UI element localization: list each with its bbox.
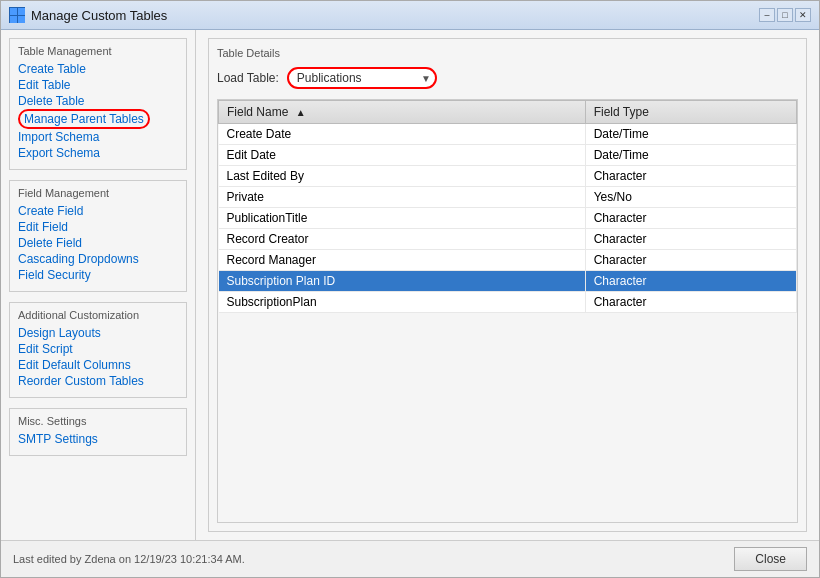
sidebar-item-edit-script[interactable]: Edit Script: [18, 341, 178, 357]
sidebar-item-design-layouts[interactable]: Design Layouts: [18, 325, 178, 341]
field-name-cell: Private: [219, 187, 586, 208]
sidebar-item-edit-table[interactable]: Edit Table: [18, 77, 178, 93]
field-management-heading: Field Management: [18, 187, 178, 199]
field-type-cell: Character: [585, 271, 796, 292]
table-body: Create DateDate/TimeEdit DateDate/TimeLa…: [219, 124, 797, 313]
sidebar-item-create-field[interactable]: Create Field: [18, 203, 178, 219]
fields-table-container[interactable]: Field Name ▲ Field Type Create DateDate/…: [217, 99, 798, 523]
footer-bar: Last edited by Zdena on 12/19/23 10:21:3…: [1, 540, 819, 577]
footer-last-edited: Last edited by Zdena on 12/19/23 10:21:3…: [13, 553, 245, 565]
window-title: Manage Custom Tables: [31, 8, 167, 23]
field-type-cell: Yes/No: [585, 187, 796, 208]
table-header-row: Field Name ▲ Field Type: [219, 101, 797, 124]
content-area: Table Management Create Table Edit Table…: [1, 30, 819, 540]
svg-rect-0: [10, 8, 17, 15]
sidebar: Table Management Create Table Edit Table…: [1, 30, 196, 540]
table-row[interactable]: Subscription Plan IDCharacter: [219, 271, 797, 292]
field-name-column-header[interactable]: Field Name ▲: [219, 101, 586, 124]
sidebar-item-export-schema[interactable]: Export Schema: [18, 145, 178, 161]
field-type-cell: Date/Time: [585, 145, 796, 166]
close-window-button[interactable]: ✕: [795, 8, 811, 22]
table-row[interactable]: PrivateYes/No: [219, 187, 797, 208]
svg-rect-2: [10, 16, 17, 23]
table-row[interactable]: SubscriptionPlanCharacter: [219, 292, 797, 313]
field-type-cell: Character: [585, 229, 796, 250]
table-row[interactable]: Record ManagerCharacter: [219, 250, 797, 271]
field-type-cell: Character: [585, 250, 796, 271]
field-name-cell: Edit Date: [219, 145, 586, 166]
table-row[interactable]: Create DateDate/Time: [219, 124, 797, 145]
title-bar: Manage Custom Tables – □ ✕: [1, 1, 819, 30]
field-type-cell: Character: [585, 292, 796, 313]
additional-customization-section: Additional Customization Design Layouts …: [9, 302, 187, 398]
misc-settings-section: Misc. Settings SMTP Settings: [9, 408, 187, 456]
minimize-button[interactable]: –: [759, 8, 775, 22]
field-name-cell: SubscriptionPlan: [219, 292, 586, 313]
close-button[interactable]: Close: [734, 547, 807, 571]
main-panel: Table Details Load Table: Publications C…: [196, 30, 819, 540]
load-table-row: Load Table: Publications Clients Project…: [217, 67, 798, 89]
field-name-cell: Last Edited By: [219, 166, 586, 187]
sidebar-item-reorder-custom-tables[interactable]: Reorder Custom Tables: [18, 373, 178, 389]
load-table-select-wrapper: Publications Clients Projects Contacts ▼: [287, 67, 437, 89]
load-table-select[interactable]: Publications Clients Projects Contacts: [287, 67, 437, 89]
sidebar-item-edit-field[interactable]: Edit Field: [18, 219, 178, 235]
manage-custom-tables-window: Manage Custom Tables – □ ✕ Table Managem…: [0, 0, 820, 578]
sidebar-item-import-schema[interactable]: Import Schema: [18, 129, 178, 145]
sidebar-item-edit-default-columns[interactable]: Edit Default Columns: [18, 357, 178, 373]
field-management-section: Field Management Create Field Edit Field…: [9, 180, 187, 292]
fields-table: Field Name ▲ Field Type Create DateDate/…: [218, 100, 797, 313]
field-name-cell: PublicationTitle: [219, 208, 586, 229]
table-row[interactable]: Record CreatorCharacter: [219, 229, 797, 250]
load-table-label: Load Table:: [217, 71, 279, 85]
table-management-heading: Table Management: [18, 45, 178, 57]
sidebar-item-cascading-dropdowns[interactable]: Cascading Dropdowns: [18, 251, 178, 267]
window-controls: – □ ✕: [759, 8, 811, 22]
sort-arrow-icon: ▲: [296, 107, 306, 118]
table-row[interactable]: PublicationTitleCharacter: [219, 208, 797, 229]
svg-rect-1: [18, 8, 25, 15]
table-row[interactable]: Last Edited ByCharacter: [219, 166, 797, 187]
field-type-cell: Character: [585, 166, 796, 187]
additional-customization-heading: Additional Customization: [18, 309, 178, 321]
misc-settings-heading: Misc. Settings: [18, 415, 178, 427]
table-management-section: Table Management Create Table Edit Table…: [9, 38, 187, 170]
sidebar-item-field-security[interactable]: Field Security: [18, 267, 178, 283]
table-details-section: Table Details Load Table: Publications C…: [208, 38, 807, 532]
sidebar-item-delete-table[interactable]: Delete Table: [18, 93, 178, 109]
field-type-cell: Character: [585, 208, 796, 229]
sidebar-item-manage-parent-tables[interactable]: Manage Parent Tables: [18, 109, 150, 129]
title-bar-left: Manage Custom Tables: [9, 7, 167, 23]
svg-rect-3: [18, 16, 25, 23]
field-type-column-header[interactable]: Field Type: [585, 101, 796, 124]
table-row[interactable]: Edit DateDate/Time: [219, 145, 797, 166]
app-icon: [9, 7, 25, 23]
sidebar-item-delete-field[interactable]: Delete Field: [18, 235, 178, 251]
sidebar-item-create-table[interactable]: Create Table: [18, 61, 178, 77]
sidebar-item-smtp-settings[interactable]: SMTP Settings: [18, 431, 178, 447]
field-type-cell: Date/Time: [585, 124, 796, 145]
field-name-cell: Record Manager: [219, 250, 586, 271]
field-name-cell: Subscription Plan ID: [219, 271, 586, 292]
restore-button[interactable]: □: [777, 8, 793, 22]
field-name-cell: Create Date: [219, 124, 586, 145]
table-details-heading: Table Details: [217, 47, 798, 59]
field-name-cell: Record Creator: [219, 229, 586, 250]
